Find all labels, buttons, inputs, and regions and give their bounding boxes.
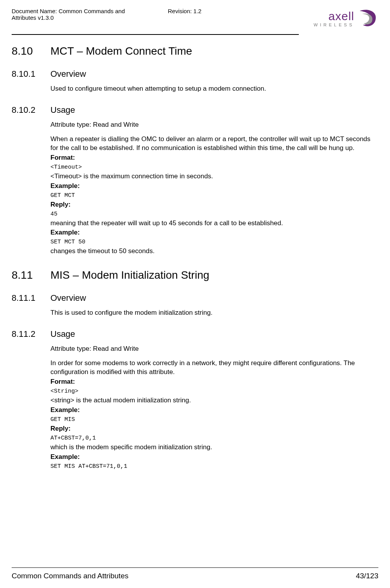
section-number: 8.10 xyxy=(12,45,50,57)
example-label: Example: xyxy=(50,182,378,191)
format-value: <Timeout> xyxy=(50,164,378,171)
subsection-heading-8111: 8.11.1 Overview xyxy=(12,293,378,303)
reply-label: Reply: xyxy=(50,200,378,209)
format-value: <String> xyxy=(50,388,378,395)
paragraph: Used to configure timeout when attemptin… xyxy=(50,84,378,93)
section-title: MCT – Modem Connect Time xyxy=(50,45,192,57)
subsection-heading-8112: 8.11.2 Usage xyxy=(12,329,378,339)
subsection-title: Usage xyxy=(50,105,75,115)
subsection-number: 8.11.2 xyxy=(12,329,50,339)
doc-name: Document Name: Common Commands and Attri… xyxy=(12,8,145,21)
paragraph: When a repeater is dialling the OMC to d… xyxy=(50,135,378,153)
header-rule xyxy=(12,34,299,35)
logo-main-text: axell xyxy=(328,10,354,22)
example-value: GET MCT xyxy=(50,192,378,199)
subsection-number: 8.10.1 xyxy=(12,69,50,79)
logo-swirl-icon xyxy=(357,8,378,29)
example-value: SET MCT 50 xyxy=(50,239,378,245)
paragraph: <string> is the actual modem initializat… xyxy=(50,396,378,405)
reply-label: Reply: xyxy=(50,424,378,433)
subsection-heading-8102: 8.10.2 Usage xyxy=(12,105,378,115)
logo: axell WIRELESS xyxy=(301,8,378,29)
subsection-title: Overview xyxy=(50,69,86,79)
attribute-type: Attribute type: Read and Write xyxy=(50,121,378,129)
example-value: GET MIS xyxy=(50,416,378,423)
section-title: MIS – Modem Initialization String xyxy=(50,269,209,281)
subsection-title: Overview xyxy=(50,293,86,303)
section-heading-811: 8.11 MIS – Modem Initialization String xyxy=(12,269,378,281)
doc-revision: Revision: 1.2 xyxy=(145,8,301,14)
example-value: SET MIS AT+CBST=71,0,1 xyxy=(50,463,378,470)
attribute-type: Attribute type: Read and Write xyxy=(50,345,378,353)
subsection-number: 8.11.1 xyxy=(12,293,50,303)
format-label: Format: xyxy=(50,378,378,386)
paragraph: This is used to configure the modem init… xyxy=(50,309,378,317)
footer-right: 43/123 xyxy=(356,572,378,580)
paragraph: meaning that the repeater will wait up t… xyxy=(50,219,378,228)
example-label: Example: xyxy=(50,406,378,415)
subsection-title: Usage xyxy=(50,329,75,339)
paragraph: <Timeout> is the maximum connection time… xyxy=(50,172,378,181)
logo-sub-text: WIRELESS xyxy=(314,23,354,27)
section-heading-810: 8.10 MCT – Modem Connect Time xyxy=(12,45,378,57)
page-content: 8.10 MCT – Modem Connect Time 8.10.1 Ove… xyxy=(12,45,378,470)
subsection-heading-8101: 8.10.1 Overview xyxy=(12,69,378,79)
section-number: 8.11 xyxy=(12,269,50,281)
format-label: Format: xyxy=(50,153,378,162)
page-footer: Common Commands and Attributes 43/123 xyxy=(12,567,378,580)
example-label: Example: xyxy=(50,228,378,237)
reply-value: 45 xyxy=(50,211,378,217)
reply-value: AT+CBST=7,0,1 xyxy=(50,435,378,441)
page-header: Document Name: Common Commands and Attri… xyxy=(12,8,378,33)
paragraph: which is the modem specific modem initia… xyxy=(50,443,378,452)
paragraph: In order for some modems to work correct… xyxy=(50,359,378,377)
paragraph: changes the timeout to 50 seconds. xyxy=(50,247,378,256)
example-label: Example: xyxy=(50,453,378,462)
footer-left: Common Commands and Attributes xyxy=(12,572,128,580)
subsection-number: 8.10.2 xyxy=(12,105,50,115)
